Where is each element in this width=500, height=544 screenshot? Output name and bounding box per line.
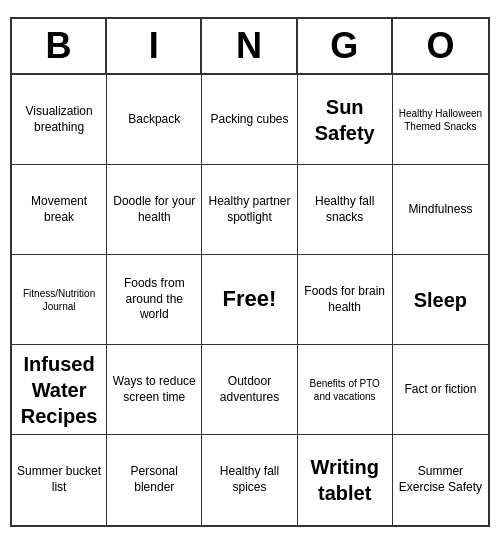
bingo-cell-21: Personal blender <box>107 435 202 525</box>
bingo-cell-0: Visualization breathing <box>12 75 107 165</box>
bingo-cell-2: Packing cubes <box>202 75 297 165</box>
bingo-cell-19: Fact or fiction <box>393 345 488 435</box>
bingo-cell-4: Healthy Halloween Themed Snacks <box>393 75 488 165</box>
bingo-letter-b: B <box>12 19 107 73</box>
bingo-cell-16: Ways to reduce screen time <box>107 345 202 435</box>
bingo-cell-10: Fitness/Nutrition Journal <box>12 255 107 345</box>
bingo-cell-11: Foods from around the world <box>107 255 202 345</box>
bingo-cell-18: Benefits of PTO and vacations <box>298 345 393 435</box>
bingo-cell-3: Sun Safety <box>298 75 393 165</box>
bingo-grid: Visualization breathingBackpackPacking c… <box>12 75 488 525</box>
bingo-letter-i: I <box>107 19 202 73</box>
bingo-cell-5: Movement break <box>12 165 107 255</box>
bingo-cell-17: Outdoor adventures <box>202 345 297 435</box>
bingo-cell-1: Backpack <box>107 75 202 165</box>
bingo-letter-g: G <box>298 19 393 73</box>
bingo-letter-o: O <box>393 19 488 73</box>
bingo-cell-7: Healthy partner spotlight <box>202 165 297 255</box>
bingo-cell-8: Healthy fall snacks <box>298 165 393 255</box>
bingo-card: BINGO Visualization breathingBackpackPac… <box>10 17 490 527</box>
bingo-cell-22: Healthy fall spices <box>202 435 297 525</box>
bingo-cell-12: Free! <box>202 255 297 345</box>
bingo-cell-15: Infused Water Recipes <box>12 345 107 435</box>
bingo-header: BINGO <box>12 19 488 75</box>
bingo-cell-23: Writing tablet <box>298 435 393 525</box>
bingo-cell-13: Foods for brain health <box>298 255 393 345</box>
bingo-cell-20: Summer bucket list <box>12 435 107 525</box>
bingo-cell-14: Sleep <box>393 255 488 345</box>
bingo-cell-6: Doodle for your health <box>107 165 202 255</box>
bingo-cell-9: Mindfulness <box>393 165 488 255</box>
bingo-cell-24: Summer Exercise Safety <box>393 435 488 525</box>
bingo-letter-n: N <box>202 19 297 73</box>
